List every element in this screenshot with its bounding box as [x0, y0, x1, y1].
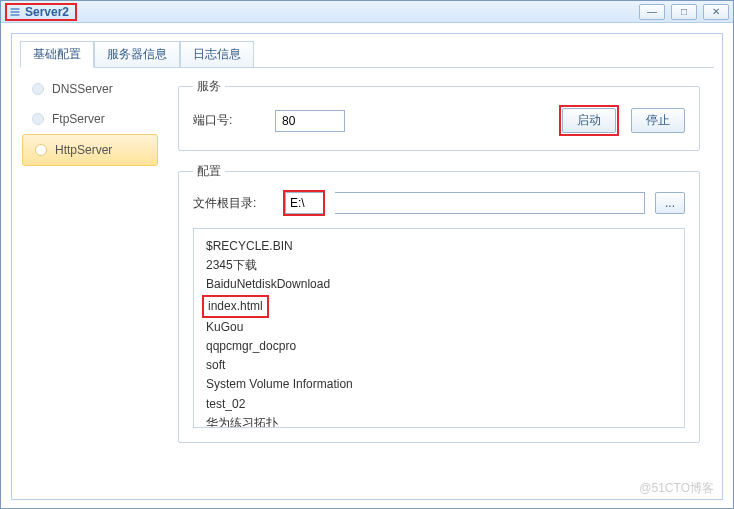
minimize-button[interactable]: —	[639, 4, 665, 20]
tab-bar: 基础配置 服务器信息 日志信息	[20, 40, 714, 67]
server-sidebar: DNSServer FtpServer HttpServer	[20, 68, 160, 492]
body-split: DNSServer FtpServer HttpServer 服务	[20, 67, 714, 492]
file-item[interactable]: KuGou	[206, 318, 672, 337]
file-item-highlight: index.html	[202, 295, 269, 318]
window-title: Server2	[25, 5, 69, 19]
port-label: 端口号:	[193, 112, 263, 129]
close-button[interactable]: ✕	[703, 4, 729, 20]
content-area: 基础配置 服务器信息 日志信息 DNSServer FtpServer	[1, 23, 733, 508]
tab-serverinfo[interactable]: 服务器信息	[94, 41, 180, 68]
file-item[interactable]: $RECYCLE.BIN	[206, 237, 672, 256]
config-legend: 配置	[193, 163, 225, 180]
service-legend: 服务	[193, 78, 225, 95]
start-button-highlight: 启动	[559, 105, 619, 136]
sidebar-item-label: HttpServer	[55, 143, 112, 157]
root-input-highlight	[283, 190, 325, 216]
root-dir-input[interactable]	[285, 192, 323, 214]
file-item[interactable]: soft	[206, 356, 672, 375]
window-controls: — □ ✕	[639, 4, 729, 20]
status-dot-icon	[32, 83, 44, 95]
file-list[interactable]: $RECYCLE.BIN2345下载BaiduNetdiskDownloadin…	[193, 228, 685, 428]
file-item[interactable]: 华为练习拓扑	[206, 414, 672, 428]
sidebar-item-ftp[interactable]: FtpServer	[20, 104, 160, 134]
sidebar-item-label: FtpServer	[52, 112, 105, 126]
config-group: 配置 文件根目录: ... $RECYCLE.BIN2345下载BaiduNet…	[178, 163, 700, 443]
file-item[interactable]: qqpcmgr_docpro	[206, 337, 672, 356]
watermark: @51CTO博客	[639, 480, 714, 497]
inner-panel: 基础配置 服务器信息 日志信息 DNSServer FtpServer	[11, 33, 723, 500]
sidebar-item-label: DNSServer	[52, 82, 113, 96]
sidebar-item-http[interactable]: HttpServer	[22, 134, 158, 166]
browse-button[interactable]: ...	[655, 192, 685, 214]
file-item[interactable]: index.html	[206, 295, 672, 318]
service-group: 服务 端口号: 启动 停止	[178, 78, 700, 151]
file-item[interactable]: test_02	[206, 395, 672, 414]
titlebar: Server2 — □ ✕	[1, 1, 733, 23]
root-dir-rest	[335, 192, 645, 214]
start-button[interactable]: 启动	[562, 108, 616, 133]
file-item[interactable]: System Volume Information	[206, 375, 672, 394]
tab-log[interactable]: 日志信息	[180, 41, 254, 68]
stop-button[interactable]: 停止	[631, 108, 685, 133]
maximize-button[interactable]: □	[671, 4, 697, 20]
tab-basic[interactable]: 基础配置	[20, 41, 94, 68]
status-dot-icon	[32, 113, 44, 125]
root-label: 文件根目录:	[193, 195, 273, 212]
app-icon	[9, 6, 21, 18]
app-window: Server2 — □ ✕ 基础配置 服务器信息 日志信息 DNSServer	[0, 0, 734, 509]
status-dot-icon	[35, 144, 47, 156]
window-title-highlight: Server2	[5, 3, 77, 21]
sidebar-item-dns[interactable]: DNSServer	[20, 74, 160, 104]
file-item[interactable]: 2345下载	[206, 256, 672, 275]
root-dir-input-ext[interactable]	[335, 192, 645, 214]
main-panel: 服务 端口号: 启动 停止 配置	[160, 68, 714, 492]
port-input[interactable]	[275, 110, 345, 132]
file-item[interactable]: BaiduNetdiskDownload	[206, 275, 672, 294]
